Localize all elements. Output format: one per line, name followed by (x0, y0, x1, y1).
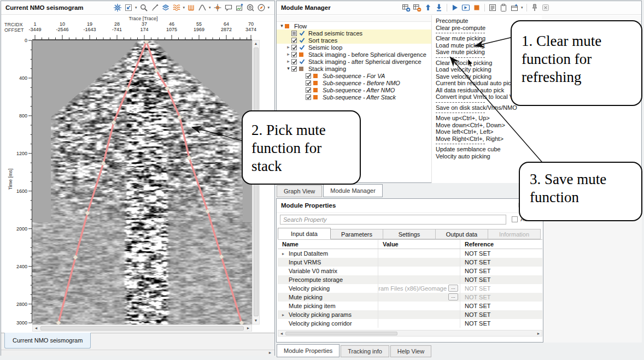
expander-icon[interactable]: ▸ (285, 51, 291, 58)
tab-input-data[interactable]: Input data (278, 228, 331, 239)
tab-help-view[interactable]: Help View (390, 345, 431, 357)
window-hscrollbar[interactable]: ► (1, 350, 274, 356)
table-row[interactable]: Mute picking...NOT SET (278, 293, 542, 302)
crosshair-icon[interactable] (213, 3, 222, 12)
hscroll-thumb[interactable] (285, 332, 397, 335)
tree-item[interactable]: ▸Stack imaging - before Spherical diverg… (277, 51, 431, 58)
mute-pick-handle[interactable] (111, 120, 116, 125)
tree-item[interactable]: Sort traces (277, 37, 431, 44)
expander-icon[interactable]: ▾ (279, 22, 285, 29)
gain-curve-icon[interactable] (198, 3, 207, 12)
expander-icon[interactable]: ▾ (285, 65, 291, 72)
browse-button[interactable]: ... (448, 293, 458, 300)
scroll-up-icon[interactable]: ▲ (253, 40, 259, 47)
search-input[interactable] (280, 215, 506, 225)
mute-pick-handle[interactable] (125, 86, 130, 91)
move-up-icon[interactable] (424, 3, 432, 12)
tab-module-manager[interactable]: Module Manager (323, 184, 383, 197)
compass-icon[interactable] (257, 3, 266, 12)
move-down-icon[interactable] (435, 3, 443, 12)
dropdown-caret-icon[interactable]: ▾ (268, 3, 270, 12)
mute-pick-handle[interactable] (73, 255, 78, 259)
scroll-left-icon[interactable]: ◄ (278, 331, 285, 337)
checkbox[interactable] (291, 59, 297, 64)
scroll-down-icon[interactable]: ▼ (253, 317, 259, 324)
tab-parameters[interactable]: Parameters (330, 229, 383, 239)
scroll-right-icon[interactable]: ► (245, 325, 251, 332)
comment-icon[interactable] (224, 3, 233, 12)
zoom-region-icon[interactable] (246, 3, 255, 12)
tree-item[interactable]: ▾Flow (277, 22, 431, 29)
tree-item[interactable]: Read seismic traces (277, 29, 431, 37)
expander-icon[interactable]: ▸ (285, 58, 291, 65)
checkbox[interactable] (306, 80, 311, 86)
dropdown-caret-icon[interactable]: ▾ (183, 3, 185, 12)
pick-pen-icon[interactable] (150, 3, 159, 12)
add-module-icon[interactable] (402, 3, 411, 12)
settings-gear-icon[interactable] (113, 3, 122, 12)
plot-hscrollbar[interactable]: ◄ ► (32, 324, 252, 332)
report-icon[interactable] (488, 3, 497, 12)
new-view-icon[interactable] (510, 3, 519, 12)
tree-item[interactable]: Sub-sequence - For VA (277, 72, 431, 79)
tree-item[interactable]: Sub-sequence - After Stack (277, 93, 431, 101)
table-row[interactable]: Input VRMSNOT SET (278, 258, 542, 267)
scroll-right-icon[interactable]: ► (535, 331, 542, 337)
tab-output-data[interactable]: Output data (435, 229, 488, 239)
tree-item[interactable]: ▸Seismic loop (277, 44, 431, 51)
table-row[interactable]: Precompute storageNOT SET (278, 275, 542, 284)
tree-item[interactable]: ▾Stack imaging (277, 65, 431, 72)
tree-item[interactable]: Sub-sequence - Before NMO (277, 79, 431, 86)
tree-item[interactable]: Sub-sequence - After NMO (277, 86, 431, 93)
mute-line-left[interactable] (58, 42, 147, 323)
table-row[interactable]: Mute picking itemNOT SET (278, 302, 542, 310)
checkbox[interactable] (291, 38, 297, 43)
mute-pick-handle[interactable] (56, 320, 61, 324)
mute-pick-handle[interactable] (239, 320, 244, 324)
expander-icon[interactable]: ▸ (282, 312, 289, 317)
layers-icon[interactable] (161, 3, 170, 12)
mute-pick-handle[interactable] (85, 210, 90, 215)
table-hscrollbar[interactable]: ◄ ► (278, 330, 542, 337)
table-row[interactable]: ▸Input DataItemNOT SET (278, 249, 542, 258)
dropdown-caret-icon[interactable]: ▾ (521, 3, 523, 12)
tab-information[interactable]: Information (488, 229, 541, 239)
pin-icon[interactable] (530, 3, 539, 12)
mute-function-overlay[interactable] (32, 40, 252, 324)
mute-pick-handle[interactable] (219, 254, 224, 259)
remove-module-icon[interactable] (413, 3, 421, 12)
tab-current-nmo-seismogram[interactable]: Current NMO seismogram (4, 333, 91, 349)
seismic-view[interactable] (32, 40, 252, 324)
menu-item[interactable]: Move down<Ctrl+, Down> (436, 122, 542, 129)
mute-line-right[interactable] (147, 42, 242, 323)
fit-view-icon[interactable] (124, 3, 133, 12)
hscroll-thumb[interactable] (40, 326, 244, 331)
mute-pick-handle[interactable] (101, 161, 106, 166)
checkbox[interactable] (291, 45, 297, 50)
table-row[interactable]: Variable V0 matrixNOT SET (278, 267, 542, 275)
mute-pick-handle[interactable] (186, 155, 191, 160)
table-row[interactable]: Velocity picking corridorNOT SET (278, 319, 542, 328)
menu-item[interactable]: Move Right<Ctrl+, Right> (436, 135, 542, 143)
dropdown-caret-icon[interactable]: ▾ (135, 3, 137, 12)
checkbox[interactable] (306, 95, 311, 100)
menu-item[interactable]: Update semblance cube (436, 146, 542, 153)
export-image-icon[interactable] (235, 3, 244, 12)
expander-icon[interactable]: ▸ (282, 251, 289, 256)
wiggle-display-icon[interactable] (172, 3, 181, 12)
trace-comb-icon[interactable] (187, 3, 196, 12)
mute-pick-handle[interactable] (205, 209, 210, 214)
menu-item[interactable]: Velocity auto picking (436, 153, 542, 160)
browse-button[interactable]: ... (448, 285, 458, 292)
scroll-left-icon[interactable]: ◄ (33, 325, 39, 332)
dropdown-caret-icon[interactable]: ▾ (209, 3, 211, 12)
stop-icon[interactable] (472, 3, 481, 12)
advanced-checkbox[interactable] (512, 216, 518, 222)
expander-icon[interactable]: ▸ (285, 44, 291, 51)
tree-item[interactable]: ▸Stack imaging - after Spherical diverge… (277, 58, 431, 65)
run-selected-icon[interactable] (461, 3, 470, 12)
checkbox[interactable] (306, 87, 311, 93)
paste-icon[interactable] (499, 3, 508, 12)
tab-tracking-info[interactable]: Tracking info (341, 345, 389, 357)
checkbox[interactable] (291, 52, 297, 57)
